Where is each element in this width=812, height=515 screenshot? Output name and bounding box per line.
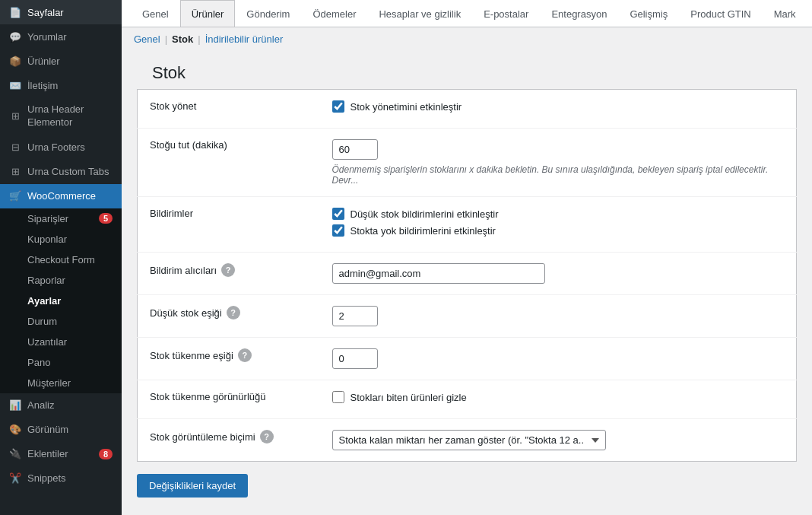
- tab-genel[interactable]: Genel: [131, 0, 180, 27]
- sidebar-label: Urna Footers: [27, 141, 85, 153]
- sidebar-sub-label: Uzantılar: [27, 336, 67, 348]
- stok-tukenme-gorunurlugu-label: Stok tükenme görünürlüğü: [150, 391, 265, 402]
- header-icon: ⊞: [9, 110, 21, 122]
- sidebar-sub-label: Raporlar: [27, 275, 65, 286]
- tab-product-gtin[interactable]: Product GTIN: [679, 0, 762, 27]
- sidebar-item-ayarlar[interactable]: Ayarlar: [0, 291, 122, 311]
- row-stok-tukenme-gorunurlugu: Stok tükenme görünürlüğü Stokları biten …: [138, 380, 797, 419]
- bildirim-alicilari-input[interactable]: [332, 263, 545, 284]
- eklentiler-icon: 🔌: [9, 448, 21, 460]
- help-icon-dusuk-stok[interactable]: ?: [227, 306, 240, 319]
- bildirimler-label: Bildirimler: [150, 208, 193, 219]
- tab-urunler[interactable]: Ürünler: [180, 0, 236, 27]
- help-icon-bildirim[interactable]: ?: [221, 263, 235, 277]
- stogu-tut-input[interactable]: [332, 139, 378, 160]
- sidebar-sub-label: Müşteriler: [27, 377, 71, 389]
- tab-hesaplar[interactable]: Hesaplar ve gizlilik: [367, 0, 472, 27]
- tab-odemeler[interactable]: Ödemeler: [301, 0, 367, 27]
- stok-yonet-checkbox-label[interactable]: Stok yönetimini etkinleştir: [332, 100, 785, 113]
- sidebar-item-sayfalar[interactable]: 📄 Sayfalar: [0, 0, 122, 24]
- stokta-biten-checkbox[interactable]: [332, 391, 344, 403]
- sidebar-item-urna-header[interactable]: ⊞ Urna Header Elementor: [0, 97, 122, 135]
- sidebar-item-durum[interactable]: Durum: [0, 311, 122, 332]
- tabs-icon: ⊞: [9, 166, 21, 178]
- sidebar-label: Ürünler: [27, 56, 60, 67]
- row-stok-yonet: Stok yönet Stok yönetimini etkinleştir: [138, 90, 797, 129]
- sidebar-item-pano[interactable]: Pano: [0, 352, 122, 373]
- tab-entegrasyon[interactable]: Entegrasyon: [540, 0, 618, 27]
- sidebar-label: Urna Custom Tabs: [27, 166, 109, 177]
- sidebar-sub-label: Ayarlar: [27, 295, 61, 307]
- sidebar-item-raporlar[interactable]: Raporlar: [0, 270, 122, 291]
- settings-table: Stok yönet Stok yönetimini etkinleştir: [137, 89, 797, 462]
- sidebar-item-gorunum[interactable]: 🎨 Görünüm: [0, 418, 122, 442]
- row-bildirimler: Bildirimler Düşük stok bildirimlerini et…: [138, 197, 797, 253]
- sidebar-item-snippets[interactable]: ✂️ Snippets: [0, 466, 122, 491]
- tab-mark[interactable]: Mark: [763, 0, 807, 27]
- sidebar-item-woocommerce[interactable]: 🛒 WooCommerce: [0, 184, 122, 208]
- sidebar-item-siparisler[interactable]: Siparişler 5: [0, 208, 122, 229]
- subtab-indirilebilir[interactable]: İndirilebilir ürünler: [205, 33, 284, 45]
- sidebar-item-urna-tabs[interactable]: ⊞ Urna Custom Tabs: [0, 160, 122, 184]
- sidebar-sub-label: Durum: [27, 316, 57, 327]
- stok-tukenme-esigi-label: Stok tükenme eşiği: [150, 350, 233, 361]
- stok-goruntuleme-label: Stok görüntüleme biçimi: [150, 431, 255, 443]
- sidebar-sub-label: Kuponlar: [27, 234, 67, 245]
- sidebar-item-yorumlar[interactable]: 💬 Yorumlar: [0, 24, 122, 49]
- row-dusuk-stok-esigi: Düşük stok eşiği ?: [138, 295, 797, 338]
- woo-icon: 🛒: [9, 190, 21, 202]
- footer-icon: ⊟: [9, 141, 21, 154]
- help-icon-tukenme-esigi[interactable]: ?: [238, 348, 252, 362]
- sidebar-item-urunler[interactable]: 📦 Ürünler: [0, 49, 122, 73]
- dusuk-stok-checkbox[interactable]: [332, 208, 344, 220]
- sidebar-label: Sayfalar: [27, 7, 64, 18]
- stok-yonet-checkbox[interactable]: [332, 100, 344, 113]
- help-icon-goruntuleme[interactable]: ?: [260, 430, 274, 443]
- stok-yonet-checkbox-text: Stok yönetimini etkinleştir: [350, 101, 462, 113]
- stok-goruntuleme-select[interactable]: Stokta kalan miktarı her zaman göster (ö…: [332, 430, 606, 450]
- subtab-sep-2: |: [198, 33, 200, 45]
- tab-gelismis[interactable]: Gelişmiş: [618, 0, 679, 27]
- products-icon: 📦: [9, 55, 21, 67]
- sidebar-sub-label: Pano: [27, 357, 50, 368]
- stokta-yok-checkbox-label[interactable]: Stokta yok bildirimlerini etkinleştir: [332, 224, 785, 237]
- dusuk-stok-esigi-label: Düşük stok eşiği: [150, 307, 222, 319]
- dusuk-stok-esigi-input[interactable]: [332, 306, 378, 326]
- sidebar-sub-label: Siparişler: [27, 213, 68, 224]
- dusuk-stok-text: Düşük stok bildirimlerini etkinleştir: [350, 208, 499, 220]
- tabs-bar: Genel Ürünler Gönderim Ödemeler Hesaplar…: [122, 0, 812, 27]
- sidebar-label: İletişim: [27, 80, 58, 91]
- stok-tukenme-esigi-input[interactable]: [332, 348, 378, 369]
- sidebar-item-checkout-form[interactable]: Checkout Form: [0, 250, 122, 270]
- row-bildirim-alicilari: Bildirim alıcıları ?: [138, 253, 797, 295]
- sidebar-item-musteriler[interactable]: Müşteriler: [0, 373, 122, 393]
- plugins-badge: 8: [99, 449, 113, 459]
- stogu-tut-note: Ödenmemiş siparişlerin stoklarını x daki…: [332, 164, 785, 186]
- sidebar-label: Snippets: [27, 472, 66, 484]
- bildirim-alicilari-label: Bildirim alıcıları: [150, 265, 217, 276]
- sidebar-submenu: Siparişler 5 Kuponlar Checkout Form Rapo…: [0, 208, 122, 393]
- gorunum-icon: 🎨: [9, 424, 21, 436]
- subtab-stok[interactable]: Stok: [172, 33, 193, 45]
- sidebar-label: Eklentiler: [27, 448, 68, 459]
- sidebar: 📄 Sayfalar 💬 Yorumlar 📦 Ürünler ✉️ İleti…: [0, 0, 122, 515]
- sidebar-item-iletisim[interactable]: ✉️ İletişim: [0, 73, 122, 97]
- subtab-genel[interactable]: Genel: [134, 33, 160, 45]
- tab-gonderim[interactable]: Gönderim: [235, 0, 301, 27]
- sidebar-item-kuponlar[interactable]: Kuponlar: [0, 229, 122, 250]
- save-button[interactable]: Değişiklikleri kaydet: [137, 474, 248, 498]
- dusuk-stok-checkbox-label[interactable]: Düşük stok bildirimlerini etkinleştir: [332, 208, 785, 220]
- sub-tabs-bar: Genel | Stok | İndirilebilir ürünler: [122, 27, 812, 51]
- main-area: Genel Ürünler Gönderim Ödemeler Hesaplar…: [122, 0, 812, 515]
- sidebar-item-uzantilar[interactable]: Uzantılar: [0, 332, 122, 352]
- row-stok-tukenme-esigi: Stok tükenme eşiği ?: [138, 338, 797, 380]
- sidebar-label: Analiz: [27, 399, 54, 411]
- stokta-biten-checkbox-label[interactable]: Stokları biten ürünleri gizle: [332, 391, 785, 403]
- sidebar-item-analiz[interactable]: 📊 Analiz: [0, 393, 122, 418]
- sidebar-item-eklentiler[interactable]: 🔌 Eklentiler 8: [0, 442, 122, 466]
- sidebar-item-urna-footers[interactable]: ⊟ Urna Footers: [0, 135, 122, 160]
- stokta-yok-checkbox[interactable]: [332, 224, 344, 237]
- row-stogu-tut: Stoğu tut (dakika) Ödenmemiş siparişleri…: [138, 129, 797, 197]
- tab-epostalar[interactable]: E-postalar: [472, 0, 540, 27]
- pages-icon: 📄: [9, 6, 21, 18]
